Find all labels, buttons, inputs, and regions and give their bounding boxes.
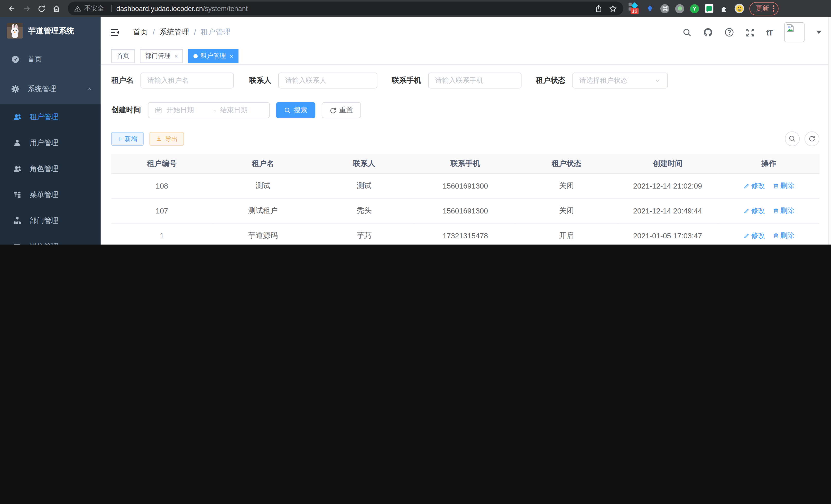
sidebar-item-menu[interactable]: 菜单管理	[0, 182, 101, 208]
chrome-update-button[interactable]: 更新	[749, 2, 778, 15]
table-row: 108 测试 测试 15601691300 关闭 2021-12-14 21:0…	[111, 173, 820, 198]
date-range-picker[interactable]: 开始日期 - 结束日期	[148, 102, 269, 118]
chrome-menu-icon[interactable]	[773, 5, 774, 11]
fullscreen-icon[interactable]	[746, 28, 755, 37]
font-size-icon[interactable]: tT	[766, 28, 773, 37]
edit-button[interactable]: 修改	[743, 206, 765, 215]
reload-icon[interactable]	[35, 2, 48, 15]
breadcrumb-home[interactable]: 首页	[133, 28, 148, 37]
col-created: 创建时间	[617, 154, 718, 173]
sidebar-item-label: 租户管理	[30, 112, 58, 121]
breadcrumb: 首页 / 系统管理 / 租户管理	[133, 28, 230, 37]
tab-tenant[interactable]: 租户管理 ×	[188, 49, 238, 63]
delete-button[interactable]: 删除	[772, 206, 794, 215]
status-select[interactable]: 请选择租户状态	[573, 73, 668, 89]
toggle-search-button[interactable]	[785, 131, 800, 146]
col-tenant-name: 租户名	[212, 154, 314, 173]
extensions-puzzle-icon[interactable]	[719, 4, 729, 13]
reset-button[interactable]: 重置	[322, 102, 361, 118]
extension-command-icon[interactable]	[660, 4, 669, 13]
close-icon[interactable]: ×	[230, 53, 233, 59]
tags-view-bar: 首页 部门管理 × 租户管理 ×	[101, 48, 831, 65]
extension-diamond-icon[interactable]: 10	[629, 2, 639, 15]
github-icon[interactable]	[703, 28, 713, 37]
app-title: 芋道管理系统	[28, 26, 74, 36]
close-icon[interactable]: ×	[174, 53, 178, 59]
sidebar-item-tenant[interactable]: 租户管理	[0, 104, 101, 130]
edit-button[interactable]: 修改	[743, 181, 765, 190]
security-warning-icon[interactable]	[74, 5, 81, 12]
table-header-row: 租户编号 租户名 联系人 联系手机 租户状态 创建时间 操作	[111, 154, 820, 173]
delete-button[interactable]: 删除	[772, 181, 794, 190]
sidebar-item-user[interactable]: 用户管理	[0, 130, 101, 156]
edit-button[interactable]: 修改	[743, 231, 765, 240]
gear-icon	[10, 85, 20, 93]
delete-button[interactable]: 删除	[772, 231, 794, 240]
date-end-input[interactable]: 结束日期	[220, 105, 263, 115]
extension-record-icon[interactable]	[675, 4, 684, 13]
status-label: 租户状态	[536, 76, 566, 85]
col-tenant-id: 租户编号	[111, 154, 212, 173]
users-icon	[13, 113, 22, 121]
address-bar[interactable]: 不安全 dashboard.yudao.iocoder.cn/system/te…	[68, 2, 623, 16]
user-icon	[13, 139, 22, 147]
omnibox-divider	[111, 5, 112, 12]
tab-home[interactable]: 首页	[111, 49, 135, 63]
export-button[interactable]: 导出	[149, 132, 184, 146]
sidebar-logo[interactable]: 芋道管理系统	[0, 17, 101, 45]
tree-table-icon	[13, 191, 22, 199]
browser-toolbar: 不安全 dashboard.yudao.iocoder.cn/system/te…	[0, 0, 831, 17]
forward-icon[interactable]	[20, 2, 33, 15]
add-button[interactable]: + 新增	[111, 132, 144, 146]
scrollbar[interactable]	[828, 17, 831, 244]
top-navbar: 首页 / 系统管理 / 租户管理	[101, 17, 831, 48]
security-label[interactable]: 不安全	[84, 4, 104, 13]
home-icon[interactable]	[50, 2, 63, 15]
chevron-up-icon	[86, 86, 92, 92]
update-label: 更新	[756, 4, 769, 13]
col-actions: 操作	[718, 154, 820, 173]
screen: 不安全 dashboard.yudao.iocoder.cn/system/te…	[0, 0, 831, 244]
badge-icon	[13, 243, 22, 244]
sidebar-item-label: 首页	[28, 55, 42, 64]
sidebar-collapse-icon[interactable]	[110, 28, 120, 36]
sidebar-item-label: 用户管理	[30, 138, 58, 147]
users-icon	[13, 165, 22, 173]
breadcrumb-current: 租户管理	[201, 28, 230, 37]
extension-chat-icon[interactable]	[705, 4, 713, 13]
url-text[interactable]: dashboard.yudao.iocoder.cn/system/tenant	[116, 5, 248, 12]
sidebar-item-post[interactable]: 岗位管理	[0, 234, 101, 244]
org-chart-icon	[13, 217, 22, 225]
sidebar-item-home[interactable]: 首页	[0, 45, 101, 74]
table-row: 1 芋道源码 芋艿 17321315478 开启 2021-01-05 17:0…	[111, 223, 820, 244]
breadcrumb-system[interactable]: 系统管理	[160, 28, 190, 37]
avatar-dropdown-caret[interactable]	[816, 31, 822, 37]
tenant-name-input[interactable]: 请输入租户名	[141, 73, 234, 89]
page-content: 租户名 请输入租户名 联系人 请输入联系人 联系手机 请输入联系手机 租户状态 …	[101, 65, 831, 244]
logo-image	[7, 23, 23, 39]
sidebar-item-system[interactable]: 系统管理	[0, 74, 101, 104]
sidebar-item-label: 菜单管理	[30, 190, 58, 199]
sidebar-item-label: 系统管理	[28, 84, 56, 94]
bookmark-star-icon[interactable]	[609, 5, 617, 12]
date-start-input[interactable]: 开始日期	[167, 105, 209, 115]
tab-dept[interactable]: 部门管理 ×	[140, 49, 183, 63]
user-avatar[interactable]	[784, 22, 805, 42]
mobile-input[interactable]: 请输入联系手机	[428, 73, 522, 89]
mobile-label: 联系手机	[392, 76, 422, 85]
sidebar: 芋道管理系统 首页 系统管理	[0, 17, 101, 244]
sidebar-item-label: 角色管理	[30, 164, 58, 173]
create-time-label: 创建时间	[111, 105, 141, 115]
sidebar-item-dept[interactable]: 部门管理	[0, 208, 101, 234]
contact-input[interactable]: 请输入联系人	[278, 73, 377, 89]
search-button[interactable]: 搜索	[276, 102, 316, 118]
refresh-button[interactable]	[805, 131, 820, 146]
header-search-icon[interactable]	[683, 28, 691, 37]
sidebar-item-role[interactable]: 角色管理	[0, 156, 101, 182]
extension-y-icon[interactable]: Y	[690, 4, 699, 13]
back-icon[interactable]	[5, 2, 18, 15]
share-icon[interactable]	[595, 5, 603, 12]
help-icon[interactable]	[724, 28, 734, 37]
extension-kite-icon[interactable]	[645, 4, 655, 13]
profile-avatar-icon[interactable]	[735, 4, 744, 13]
